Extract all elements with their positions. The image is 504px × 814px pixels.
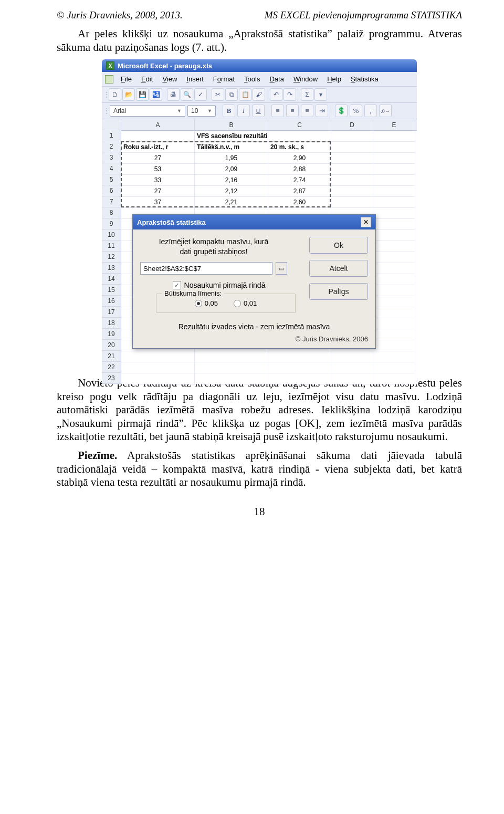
col-header[interactable]: E <box>373 119 415 130</box>
menu-view[interactable]: View <box>158 74 181 84</box>
radio-001[interactable]: 0,01 <box>234 299 257 307</box>
cell[interactable] <box>373 131 415 142</box>
align-left-icon[interactable]: ≡ <box>271 105 284 117</box>
preview-icon[interactable]: 🔍 <box>181 88 193 101</box>
save-icon[interactable]: 💾 <box>136 88 149 101</box>
font-size-combo[interactable]: 10▼ <box>187 105 216 117</box>
undo-icon[interactable]: ↶ <box>270 88 282 101</box>
percent-icon[interactable]: % <box>350 105 362 117</box>
menu-tools[interactable]: Tools <box>240 74 264 84</box>
cell[interactable] <box>268 131 331 142</box>
cell[interactable]: Tāllēkš.n.v., m <box>195 142 268 153</box>
italic-button[interactable]: I <box>237 105 250 117</box>
menu-edit[interactable]: Edit <box>137 74 157 84</box>
row-header[interactable]: 1 <box>102 130 121 141</box>
bold-button[interactable]: B <box>223 105 235 117</box>
menu-data[interactable]: Data <box>265 74 288 84</box>
format-painter-icon[interactable]: 🖌 <box>253 88 265 101</box>
col-header[interactable]: C <box>268 119 331 130</box>
row-header[interactable]: 9 <box>102 218 121 229</box>
cell[interactable]: 2,09 <box>195 164 268 175</box>
row-header[interactable]: 20 <box>102 340 121 351</box>
names-first-row-checkbox[interactable]: ✓ <box>173 281 181 289</box>
row-header[interactable]: 16 <box>102 296 121 307</box>
cell[interactable]: 1,95 <box>195 153 268 164</box>
cell[interactable]: 37 <box>121 197 195 208</box>
row-header[interactable]: 14 <box>102 274 121 285</box>
cell[interactable] <box>331 131 373 142</box>
menu-help[interactable]: Help <box>323 74 345 84</box>
spelling-icon[interactable]: ✓ <box>194 88 207 101</box>
dialog-title-bar[interactable]: Aprakstošā statistika ✕ <box>133 215 375 229</box>
cell[interactable] <box>373 153 415 164</box>
align-center-icon[interactable]: ≡ <box>286 105 299 117</box>
currency-icon[interactable]: 💲 <box>335 105 348 117</box>
help-button[interactable]: Palīgs <box>309 283 368 300</box>
paste-icon[interactable]: 📋 <box>239 88 251 101</box>
row-header[interactable]: 6 <box>102 185 121 196</box>
cell[interactable] <box>373 197 415 208</box>
row-header[interactable]: 12 <box>102 252 121 263</box>
new-doc-icon[interactable]: 🗋 <box>109 88 121 101</box>
row-header[interactable]: 7 <box>102 196 121 207</box>
menu-window[interactable]: Window <box>289 74 322 84</box>
cell[interactable]: 2,21 <box>195 197 268 208</box>
cell[interactable]: 2,60 <box>268 197 331 208</box>
cell[interactable]: 27 <box>121 153 195 164</box>
cell[interactable] <box>373 164 415 175</box>
cell[interactable]: 2,87 <box>268 186 331 197</box>
range-input[interactable]: Sheet2!$A$2:$C$7 <box>140 262 272 275</box>
cell[interactable]: 53 <box>121 164 195 175</box>
row-header[interactable]: 15 <box>102 285 121 296</box>
dropdown-icon[interactable]: ▾ <box>314 88 327 101</box>
increase-decimal-icon[interactable]: .0→ <box>379 105 392 117</box>
copy-icon[interactable]: ⧉ <box>225 88 238 101</box>
col-header[interactable]: A <box>121 119 195 130</box>
cell[interactable]: 2,16 <box>195 175 268 186</box>
cell[interactable] <box>331 186 373 197</box>
row-header[interactable]: 3 <box>102 152 121 163</box>
radio-005[interactable]: 0,05 <box>195 299 218 307</box>
cell[interactable] <box>373 142 415 153</box>
menu-format[interactable]: Format <box>209 74 239 84</box>
menu-file[interactable]: File <box>117 74 136 84</box>
col-header[interactable]: D <box>331 119 373 130</box>
comma-icon[interactable]: , <box>364 105 377 117</box>
row-header[interactable]: 13 <box>102 263 121 274</box>
row-header[interactable]: 5 <box>102 174 121 185</box>
row-header[interactable]: 10 <box>102 229 121 241</box>
cell[interactable]: Roku sal.-izt., r <box>121 142 195 153</box>
merge-center-icon[interactable]: ⇥ <box>316 105 328 117</box>
redo-icon[interactable]: ↷ <box>284 88 296 101</box>
underline-button[interactable]: U <box>252 105 265 117</box>
row-header[interactable]: 18 <box>102 318 121 329</box>
cell[interactable] <box>331 153 373 164</box>
col-header[interactable]: B <box>195 119 268 130</box>
cell[interactable] <box>331 197 373 208</box>
row-header[interactable]: 8 <box>102 207 121 218</box>
row-header[interactable]: 22 <box>102 362 121 373</box>
cell[interactable]: 2,90 <box>268 153 331 164</box>
autosum-icon[interactable]: Σ <box>301 88 313 101</box>
menu-insert[interactable]: Insert <box>182 74 208 84</box>
cell[interactable]: 2,74 <box>268 175 331 186</box>
align-right-icon[interactable]: ≡ <box>301 105 313 117</box>
cell[interactable] <box>331 164 373 175</box>
open-icon[interactable]: 📂 <box>122 88 135 101</box>
cell[interactable]: 33 <box>121 175 195 186</box>
cancel-button[interactable]: Atcelt <box>309 260 368 277</box>
cell[interactable] <box>331 175 373 186</box>
row-header[interactable]: 2 <box>102 141 121 152</box>
cell[interactable] <box>373 186 415 197</box>
cell[interactable]: VFS sacensību rezultāti <box>195 131 268 142</box>
cell[interactable]: 2,88 <box>268 164 331 175</box>
cell[interactable]: 27 <box>121 186 195 197</box>
menu-statistika[interactable]: Statistika <box>346 74 383 84</box>
cell[interactable]: 20 m. sk., s <box>268 142 331 153</box>
row-header[interactable]: 4 <box>102 163 121 174</box>
font-name-combo[interactable]: Arial▼ <box>110 105 185 117</box>
row-header[interactable]: 17 <box>102 307 121 318</box>
row-header[interactable]: 19 <box>102 329 121 340</box>
select-all-corner[interactable] <box>102 119 121 130</box>
permission-icon[interactable]: 🛂 <box>150 88 162 101</box>
